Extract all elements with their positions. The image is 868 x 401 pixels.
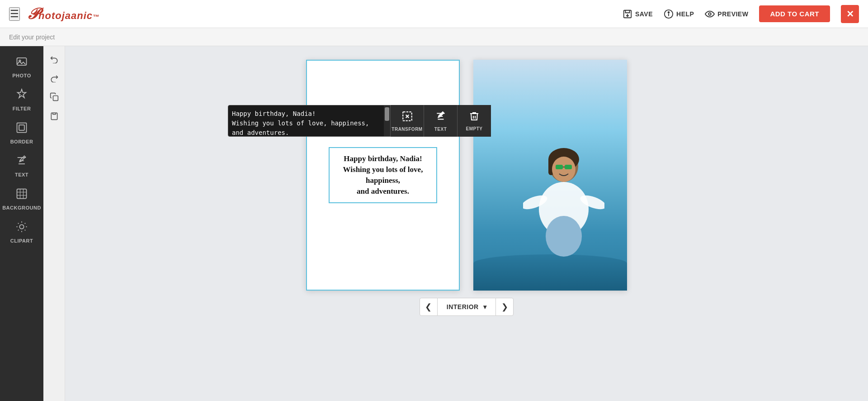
background-icon (15, 187, 28, 203)
svg-rect-7 (17, 123, 27, 133)
clipart-icon (15, 220, 28, 236)
text-label: TEXT (434, 127, 447, 132)
svg-rect-12 (52, 113, 56, 114)
sidebar-item-photo[interactable]: PHOTO (4, 51, 40, 82)
help-icon (664, 9, 674, 19)
page-label-text: INTERIOR (447, 303, 479, 310)
transform-label: TRANSFORM (392, 127, 422, 132)
card-interior: Happy birthday, Nadia!Wishing you lots o… (306, 60, 460, 291)
next-page-button[interactable]: ❯ (495, 298, 514, 316)
canvas-area: Happy birthday, Nadia! Wishing you lots … (65, 46, 868, 401)
copy-icon (50, 92, 59, 101)
sidebar-item-border-label: BORDER (10, 139, 33, 144)
pagination-bar: ❮ INTERIOR ▾ ❯ (420, 298, 514, 316)
prev-icon: ❮ (425, 302, 432, 312)
scrollbar-thumb (385, 107, 389, 121)
transform-button[interactable]: TRANSFORM (391, 105, 424, 137)
page-label: INTERIOR ▾ (438, 298, 495, 316)
paste-icon (50, 111, 59, 120)
svg-point-24 (546, 216, 582, 257)
cards-container: Happy birthday, Nadia!Wishing you lots o… (306, 60, 627, 291)
svg-rect-22 (565, 165, 572, 169)
card-cover (473, 60, 627, 291)
svg-rect-9 (17, 189, 27, 199)
navbar: ☰ 𝒫hotojaanic™ SAVE HELP PREVIEW ADD TO … (0, 0, 868, 28)
navbar-left: ☰ 𝒫hotojaanic™ (9, 5, 99, 23)
sidebar-item-clipart-label: CLIPART (10, 238, 33, 243)
empty-button[interactable]: EMPTY (458, 105, 491, 137)
close-button[interactable]: ✕ (841, 5, 859, 23)
sidebar-item-clipart[interactable]: CLIPART (4, 216, 40, 247)
page-chevron-icon: ▾ (483, 303, 487, 310)
delete-icon (469, 111, 480, 124)
help-button[interactable]: HELP (664, 9, 694, 19)
redo-icon (50, 73, 59, 82)
text-button[interactable]: TEXT (424, 105, 458, 137)
sidebar-item-text-label: TEXT (15, 172, 28, 177)
next-icon: ❯ (501, 302, 508, 312)
sidebar-item-filter[interactable]: FILTER (4, 84, 40, 115)
navbar-right: SAVE HELP PREVIEW ADD TO CART ✕ (623, 5, 859, 23)
text-editor-textarea[interactable]: Happy birthday, Nadia! Wishing you lots … (228, 105, 390, 136)
text-block[interactable]: Happy birthday, Nadia!Wishing you lots o… (329, 147, 437, 203)
undo-button[interactable] (46, 51, 62, 67)
save-button[interactable]: SAVE (623, 9, 653, 19)
add-to-cart-button[interactable]: ADD TO CART (759, 5, 830, 22)
prev-page-button[interactable]: ❮ (420, 298, 438, 316)
svg-point-10 (19, 224, 24, 229)
toolbar-buttons: TRANSFORM TEXT (391, 105, 491, 137)
sidebar-item-text[interactable]: TEXT (4, 150, 40, 181)
text-editor-scrollbar[interactable] (384, 105, 390, 136)
text-editor-popup: Happy birthday, Nadia! Wishing you lots … (228, 105, 491, 137)
history-panel (43, 46, 65, 401)
hamburger-button[interactable]: ☰ (9, 7, 20, 21)
sidebar-item-background-label: BACKGROUND (2, 205, 41, 210)
transform-icon (401, 110, 413, 125)
sidebar: PHOTO FILTER BORDER (0, 46, 43, 401)
text-editor-box: Happy birthday, Nadia! Wishing you lots … (228, 105, 391, 137)
photo-icon (15, 55, 28, 71)
svg-rect-8 (19, 125, 24, 130)
save-icon (623, 9, 632, 19)
svg-point-2 (668, 11, 670, 13)
empty-label: EMPTY (466, 126, 483, 131)
logo: 𝒫hotojaanic™ (27, 5, 99, 23)
filter-icon (15, 88, 28, 104)
redo-button[interactable] (46, 70, 62, 86)
sidebar-item-border[interactable]: BORDER (4, 117, 40, 148)
undo-icon (50, 54, 59, 63)
preview-icon (705, 9, 715, 19)
card-cover-canvas[interactable] (473, 60, 627, 291)
breadcrumb-text: Edit your project (9, 33, 55, 41)
card-text: Happy birthday, Nadia!Wishing you lots o… (337, 153, 429, 196)
text-icon-toolbar (435, 110, 447, 125)
svg-rect-11 (53, 96, 58, 101)
border-icon (15, 121, 28, 137)
sidebar-item-filter-label: FILTER (13, 106, 31, 111)
person-silhouette (523, 137, 604, 263)
svg-point-4 (709, 13, 712, 15)
svg-rect-21 (556, 165, 563, 169)
breadcrumb-bar: Edit your project (0, 28, 868, 46)
card-interior-canvas[interactable]: Happy birthday, Nadia!Wishing you lots o… (306, 60, 460, 291)
paste-button[interactable] (46, 108, 62, 124)
sidebar-item-background[interactable]: BACKGROUND (4, 183, 40, 214)
main-layout: PHOTO FILTER BORDER (0, 46, 868, 401)
preview-button[interactable]: PREVIEW (705, 9, 748, 19)
sidebar-item-photo-label: PHOTO (12, 73, 31, 78)
svg-point-20 (552, 157, 576, 182)
text-ai-icon (15, 154, 28, 170)
copy-button[interactable] (46, 89, 62, 105)
